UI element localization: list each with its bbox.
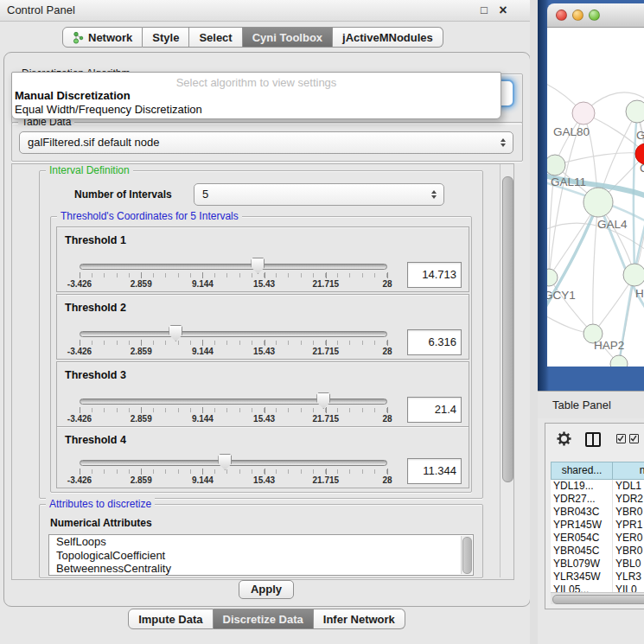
- threshold-slider[interactable]: -3.4262.8599.14415.4321.71528: [80, 395, 387, 426]
- network-canvas[interactable]: GAL80GACGAL11GAL4GCY1HHAP2: [547, 28, 644, 367]
- dropdown-item-manual-discretization[interactable]: Manual Discretization: [12, 89, 501, 103]
- attribute-items: SelfLoopsTopologicalCoefficientBetweenne…: [49, 535, 473, 576]
- table-row[interactable]: YBL079WYBL0: [551, 558, 644, 571]
- table-data-selected-value: galFiltered.sif default node: [28, 136, 159, 149]
- table-cell: YDR27...: [551, 493, 613, 506]
- algorithm-dropdown-placeholder: Select algorithm to view settings: [12, 73, 501, 89]
- table-cell: YER054C: [551, 532, 613, 545]
- table-row[interactable]: YDR27...YDR2: [551, 493, 644, 506]
- network-node-gal4[interactable]: [583, 188, 613, 217]
- tab-impute-data[interactable]: Impute Data: [128, 609, 213, 629]
- node-label: H: [635, 287, 644, 300]
- checkbox-icon[interactable]: [616, 434, 626, 443]
- list-scrollbar[interactable]: [461, 536, 472, 574]
- slider-track[interactable]: [80, 264, 387, 270]
- close-panel-icon[interactable]: ×: [496, 0, 510, 21]
- threshold-panel-2: Threshold 2-3.4262.8599.14415.4321.71528…: [56, 294, 469, 360]
- tab-label: Network: [88, 31, 132, 44]
- network-node-h[interactable]: [623, 264, 644, 286]
- slider-tick-label: 28: [382, 347, 392, 356]
- network-canvas-container[interactable]: GAL80GACGAL11GAL4GCY1HHAP2: [547, 28, 644, 367]
- threshold-value-field[interactable]: 21.4: [407, 397, 462, 423]
- threshold-slider[interactable]: -3.4262.8599.14415.4321.71528: [80, 260, 387, 291]
- checkbox-icon[interactable]: [629, 434, 639, 443]
- network-node-gcy1[interactable]: [547, 269, 558, 286]
- network-view-window: GAL80GACGAL11GAL4GCY1HHAP2: [547, 3, 644, 367]
- slider-thumb[interactable]: [218, 454, 232, 470]
- table-cell: YIL05...: [551, 583, 613, 592]
- vertical-scrollbar-thumb[interactable]: [502, 176, 513, 482]
- slider-major-tick: [141, 272, 142, 278]
- table-row[interactable]: YBR045CYBR0: [551, 545, 644, 558]
- slider-track[interactable]: [80, 460, 387, 466]
- horizontal-scrollbar-thumb[interactable]: [552, 595, 644, 604]
- slider-major-tick: [387, 407, 388, 413]
- threshold-panel-1: Threshold 1-3.4262.8599.14415.4321.71528…: [56, 226, 469, 292]
- tab-cyni-toolbox[interactable]: Cyni Toolbox: [243, 27, 333, 48]
- gear-icon[interactable]: [556, 430, 572, 447]
- close-button[interactable]: [556, 10, 567, 21]
- table-row[interactable]: YDL19...YDL1: [551, 480, 644, 493]
- control-panel-title: Control Panel: [7, 0, 75, 21]
- slider-tick-label: 21.715: [313, 414, 340, 424]
- slider-track[interactable]: [80, 399, 387, 405]
- table-data-combobox[interactable]: galFiltered.sif default node: [19, 131, 513, 154]
- slider-tick-label: -3.426: [67, 414, 92, 424]
- slider-thumb[interactable]: [251, 258, 265, 274]
- minimize-button[interactable]: [572, 10, 583, 21]
- slider-major-tick: [80, 340, 80, 346]
- slider-tick-label: 9.144: [192, 414, 214, 424]
- slider-thumb[interactable]: [316, 392, 330, 409]
- apply-button[interactable]: Apply: [239, 580, 294, 599]
- tab-select[interactable]: Select: [189, 27, 242, 48]
- table-row[interactable]: YER054CYER0: [551, 532, 644, 545]
- network-node-gal11[interactable]: [547, 155, 565, 175]
- table-panel-header: Table Panel: [538, 391, 644, 420]
- threshold-slider[interactable]: -3.4262.8599.14415.4321.71528: [80, 456, 387, 488]
- bottom-tab-row: Impute DataDiscretize DataInfer Network: [3, 609, 530, 629]
- tab-jactivemnodules[interactable]: jActiveMNodules: [333, 27, 443, 48]
- threshold-value-field[interactable]: 14.713: [407, 262, 462, 288]
- attribute-item-topologicalcoefficient[interactable]: TopologicalCoefficient: [49, 549, 473, 563]
- attribute-item-betweennesscentrality[interactable]: BetweennessCentrality: [49, 562, 473, 576]
- column-header-2[interactable]: na: [613, 462, 644, 480]
- table-row[interactable]: YPR145WYPR1: [551, 519, 644, 532]
- slider-track[interactable]: [80, 331, 387, 337]
- slider-major-tick: [80, 469, 80, 475]
- threshold-value-field[interactable]: 6.316: [407, 329, 462, 355]
- zoom-button[interactable]: [589, 10, 600, 21]
- slider-major-tick: [141, 469, 142, 475]
- table-cell: YDR2: [613, 493, 644, 506]
- table-row[interactable]: YIL05...YIL0: [551, 583, 644, 592]
- slider-tick-label: 21.715: [313, 475, 340, 485]
- float-panel-icon[interactable]: □: [477, 0, 491, 21]
- dropdown-item-equal-width-frequency-discretization[interactable]: Equal Width/Frequency Discretization: [12, 103, 501, 117]
- panel-splitter[interactable]: [530, 0, 538, 644]
- threshold-value-field[interactable]: 11.344: [407, 458, 462, 484]
- table-row[interactable]: YLR345WYLR3: [551, 571, 644, 583]
- table-row[interactable]: YBR043CYBR0: [551, 506, 644, 519]
- network-edge[interactable]: [549, 277, 593, 334]
- tab-discretize-data[interactable]: Discretize Data: [214, 609, 314, 629]
- tab-style[interactable]: Style: [143, 27, 189, 48]
- list-scrollbar-thumb[interactable]: [462, 537, 472, 574]
- network-node-gal80[interactable]: [572, 102, 595, 124]
- application-root: Control Panel □ × NetworkStyleSelectCyni…: [0, 0, 644, 644]
- number-of-intervals-combobox[interactable]: 5: [194, 183, 444, 206]
- column-view-icon[interactable]: [585, 432, 601, 447]
- bottom-tab-bar: Impute DataDiscretize DataInfer Network: [128, 609, 405, 629]
- horizontal-scrollbar[interactable]: [551, 592, 644, 604]
- slider-major-tick: [265, 407, 265, 413]
- attribute-item-selfloops[interactable]: SelfLoops: [49, 535, 473, 549]
- column-header-1[interactable]: shared...: [551, 462, 613, 480]
- tab-network[interactable]: Network: [62, 27, 143, 48]
- slider-thumb[interactable]: [169, 325, 182, 341]
- slider-tick-label: -3.426: [67, 279, 92, 289]
- slider-tick-label: 28: [382, 279, 392, 289]
- slider-major-tick: [326, 272, 327, 278]
- threshold-slider[interactable]: -3.4262.8599.14415.4321.71528: [80, 328, 387, 359]
- network-node-ga[interactable]: [626, 100, 644, 123]
- tab-infer-network[interactable]: Infer Network: [314, 609, 405, 629]
- numerical-attributes-list[interactable]: SelfLoopsTopologicalCoefficientBetweenne…: [48, 534, 474, 576]
- vertical-scrollbar[interactable]: [500, 164, 513, 577]
